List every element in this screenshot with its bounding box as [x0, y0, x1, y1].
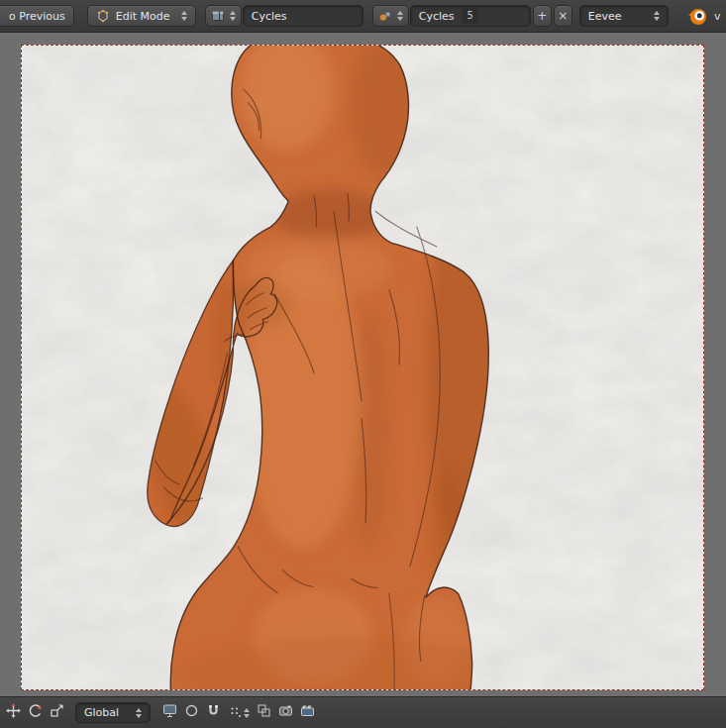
chevron-updown-icon — [654, 11, 660, 21]
unlink-scene-button[interactable]: × — [554, 5, 572, 27]
manipulator-group — [3, 702, 67, 724]
manipulator-rotate-button[interactable] — [25, 702, 46, 724]
viewport-3d[interactable] — [0, 33, 726, 696]
bottom-toolbar: Global — [0, 696, 726, 728]
snap-toggle-button[interactable] — [203, 702, 224, 724]
chevron-updown-icon — [181, 11, 187, 21]
snap-target-button[interactable] — [254, 702, 274, 724]
render-opengl-anim-icon — [300, 703, 315, 722]
display-mode-button[interactable] — [159, 702, 180, 724]
snap-render-group — [159, 702, 318, 724]
render-opengl-anim-button[interactable] — [297, 702, 318, 724]
proportional-edit-button[interactable] — [181, 702, 202, 724]
top-header-bar: o Previous Edit Mode Cycles Cycles — [0, 0, 726, 33]
manipulator-translate-icon — [6, 703, 21, 722]
edit-mode-icon — [96, 9, 110, 23]
screen-display-icon — [162, 703, 177, 722]
render-opengl-button[interactable] — [275, 702, 296, 724]
plus-icon: + — [537, 9, 547, 23]
add-scene-button[interactable]: + — [533, 5, 552, 27]
manipulator-scale-icon — [50, 703, 64, 722]
manipulator-scale-button[interactable] — [47, 702, 67, 724]
screen-layout-name-field[interactable]: Cycles — [243, 5, 363, 27]
screen-layout-icon — [211, 9, 225, 23]
scene-selector-button[interactable] — [372, 5, 409, 27]
render-opengl-icon — [278, 703, 293, 722]
version-text: v — [714, 10, 722, 23]
chevron-updown-icon — [397, 11, 403, 21]
back-to-previous-button[interactable]: o Previous — [0, 5, 74, 27]
scene-name: Cycles — [419, 10, 455, 23]
scene-name-field[interactable]: Cycles 5 — [410, 5, 531, 27]
orientation-label: Global — [84, 706, 119, 719]
blender-window: o Previous Edit Mode Cycles Cycles — [0, 0, 726, 728]
blender-logo-icon — [686, 5, 708, 27]
snap-element-dropdown[interactable] — [225, 702, 253, 724]
rendered-model-back-view — [22, 46, 703, 689]
chevron-updown-icon — [230, 11, 236, 21]
proportional-edit-icon — [184, 703, 199, 722]
snap-magnet-icon — [206, 703, 221, 722]
snap-increment-icon — [229, 703, 242, 722]
render-engine-label: Eevee — [588, 10, 622, 23]
manipulator-translate-button[interactable] — [3, 702, 24, 724]
render-engine-dropdown[interactable]: Eevee — [579, 5, 669, 27]
close-icon: × — [558, 9, 568, 23]
snap-target-icon — [257, 703, 271, 722]
chevron-updown-icon — [244, 708, 250, 718]
camera-view-region[interactable] — [21, 45, 704, 690]
mode-dropdown-label: Edit Mode — [116, 10, 170, 23]
screen-layout-name: Cycles — [252, 10, 287, 23]
back-to-previous-label: o Previous — [9, 10, 65, 23]
screen-layout-selector-button[interactable] — [205, 5, 242, 27]
manipulator-rotate-icon — [28, 703, 43, 722]
scene-users-count-badge[interactable]: 5 — [463, 8, 478, 24]
scene-icon — [378, 9, 392, 23]
chevron-updown-icon — [136, 708, 142, 718]
mode-dropdown[interactable]: Edit Mode — [87, 5, 196, 27]
orientation-dropdown[interactable]: Global — [75, 702, 151, 723]
